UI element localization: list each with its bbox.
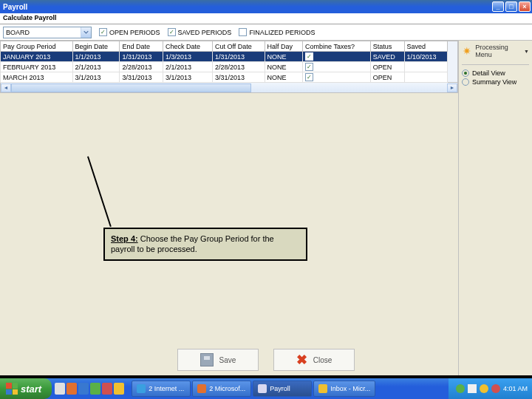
- gear-icon: ✷: [462, 45, 472, 57]
- task-label: 2 Internet ...: [149, 385, 184, 392]
- tray-icon[interactable]: [456, 384, 465, 393]
- scroll-left-icon[interactable]: ◄: [1, 83, 11, 92]
- vertical-scrollbar[interactable]: [448, 41, 458, 83]
- window-buttons: _ □ ×: [492, 1, 531, 12]
- table-row[interactable]: FEBRUARY 20132/1/20132/28/20132/1/20132/…: [1, 62, 448, 72]
- taskbar-task[interactable]: 2 Microsof...: [192, 381, 251, 397]
- paygroup-combo[interactable]: BOARD: [3, 27, 92, 38]
- table-header-row: Pay Group PeriodBegin DateEnd DateCheck …: [1, 41, 448, 52]
- table-cell: NONE: [265, 62, 303, 72]
- quick-launch-icon[interactable]: [90, 383, 100, 395]
- table-cell: ✓: [303, 52, 371, 62]
- open-periods-checkbox[interactable]: ✓ OPEN PERIODS: [99, 28, 160, 36]
- column-header[interactable]: Begin Date: [72, 41, 120, 52]
- subwindow-title: Calculate Payroll: [0, 13, 532, 24]
- page-body: Step 4: Choose the Pay Group Period for …: [0, 93, 458, 375]
- window-title-bar: Payroll _ □ ×: [0, 0, 532, 13]
- taskbar-task[interactable]: Payroll: [253, 381, 312, 397]
- button-bar: Save ✖ Close: [0, 349, 532, 371]
- table-row[interactable]: JANUARY 20131/1/20131/31/20131/3/20131/3…: [1, 52, 448, 62]
- radio-icon: [462, 69, 469, 77]
- table-cell: 1/3/2013: [163, 52, 212, 62]
- table-cell: 3/31/2013: [212, 72, 265, 83]
- checkbox-icon: ✓: [99, 28, 107, 36]
- saved-periods-label: SAVED PERIODS: [178, 29, 232, 36]
- save-button[interactable]: Save: [177, 349, 259, 371]
- column-header[interactable]: Pay Group Period: [1, 41, 73, 52]
- quick-launch-icon[interactable]: [102, 383, 112, 395]
- maximize-button[interactable]: □: [505, 1, 517, 12]
- taskbar-tasks: 2 Internet ...2 Microsof...PayrollInbox …: [132, 381, 449, 397]
- close-icon: ✖: [296, 352, 307, 368]
- table-cell: 3/1/2013: [72, 72, 120, 83]
- task-label: Inbox - Micr...: [330, 385, 370, 392]
- table-cell: 1/31/2013: [120, 52, 163, 62]
- close-label: Close: [313, 356, 332, 364]
- checkbox-icon[interactable]: ✓: [305, 63, 313, 71]
- table-cell: 3/31/2013: [120, 72, 163, 83]
- table-cell: MARCH 2013: [1, 72, 73, 83]
- callout-step: Step 4:: [111, 234, 138, 243]
- task-label: Payroll: [270, 385, 290, 392]
- checkbox-icon[interactable]: ✓: [305, 73, 313, 81]
- taskbar-task[interactable]: Inbox - Micr...: [313, 381, 375, 397]
- column-header[interactable]: Half Day: [265, 41, 303, 52]
- minimize-button[interactable]: _: [492, 1, 504, 12]
- clock: 4:01 AM: [503, 385, 528, 392]
- summary-view-label: Summary View: [472, 78, 516, 86]
- quick-launch-icon[interactable]: [114, 383, 124, 395]
- tray-icon[interactable]: [480, 384, 488, 393]
- quick-launch-icon[interactable]: [66, 383, 77, 395]
- column-header[interactable]: Saved: [404, 41, 447, 52]
- quick-launch-icon[interactable]: [78, 383, 89, 395]
- table-cell: 1/31/2013: [212, 52, 265, 62]
- scroll-track[interactable]: [11, 83, 447, 92]
- open-periods-label: OPEN PERIODS: [109, 29, 160, 36]
- filter-bar: BOARD ✓ OPEN PERIODS ✓ SAVED PERIODS FIN…: [0, 24, 532, 41]
- table-cell: 1/10/2013: [404, 52, 447, 62]
- chevron-down-icon: ▼: [524, 49, 529, 54]
- horizontal-scrollbar[interactable]: ◄ ►: [0, 83, 458, 93]
- close-window-button[interactable]: ×: [519, 1, 531, 12]
- close-button[interactable]: ✖ Close: [273, 349, 355, 371]
- paygroup-combo-value: BOARD: [4, 29, 81, 36]
- table-cell: 2/1/2013: [163, 62, 212, 72]
- table-row[interactable]: MARCH 20133/1/20133/31/20133/1/20133/31/…: [1, 72, 448, 83]
- saved-periods-checkbox[interactable]: ✓ SAVED PERIODS: [168, 28, 232, 36]
- taskbar-task[interactable]: 2 Internet ...: [132, 381, 191, 397]
- chevron-down-icon[interactable]: [81, 27, 91, 38]
- column-header[interactable]: Cut Off Date: [212, 41, 265, 52]
- finalized-periods-checkbox[interactable]: FINALIZED PERIODS: [239, 28, 315, 36]
- start-button[interactable]: start: [0, 378, 52, 399]
- callout-pointer: [87, 156, 112, 227]
- scroll-right-icon[interactable]: ►: [447, 83, 457, 92]
- window-title: Payroll: [3, 3, 492, 11]
- quick-launch-icon[interactable]: [55, 383, 65, 395]
- table-cell: 2/28/2013: [120, 62, 163, 72]
- column-header[interactable]: Combine Taxes?: [303, 41, 371, 52]
- table-cell: 2/1/2013: [72, 62, 120, 72]
- summary-view-radio[interactable]: Summary View: [462, 78, 529, 86]
- column-header[interactable]: Check Date: [163, 41, 212, 52]
- table-cell: FEBRUARY 2013: [1, 62, 73, 72]
- task-icon: [318, 384, 327, 393]
- save-icon: [200, 353, 214, 366]
- start-label: start: [21, 383, 41, 395]
- column-header[interactable]: Status: [370, 41, 404, 52]
- callout-box: Step 4: Choose the Pay Group Period for …: [103, 228, 307, 261]
- tray-icon[interactable]: [468, 384, 477, 393]
- processing-menu-button[interactable]: ✷ Processing Menu ▼: [462, 44, 529, 58]
- checkbox-icon: [239, 28, 247, 36]
- processing-menu-label: Processing Menu: [475, 44, 521, 58]
- detail-view-radio[interactable]: Detail View: [462, 69, 529, 77]
- table-cell: SAVED: [370, 52, 404, 62]
- radio-icon: [462, 78, 469, 86]
- windows-logo-icon: [6, 383, 18, 395]
- checkbox-icon[interactable]: ✓: [305, 52, 313, 61]
- column-header[interactable]: End Date: [120, 41, 163, 52]
- scroll-thumb[interactable]: [11, 83, 251, 92]
- checkbox-icon: ✓: [168, 28, 176, 36]
- table-cell: 3/1/2013: [163, 72, 212, 83]
- tray-icon[interactable]: [491, 384, 500, 393]
- detail-view-label: Detail View: [472, 69, 505, 77]
